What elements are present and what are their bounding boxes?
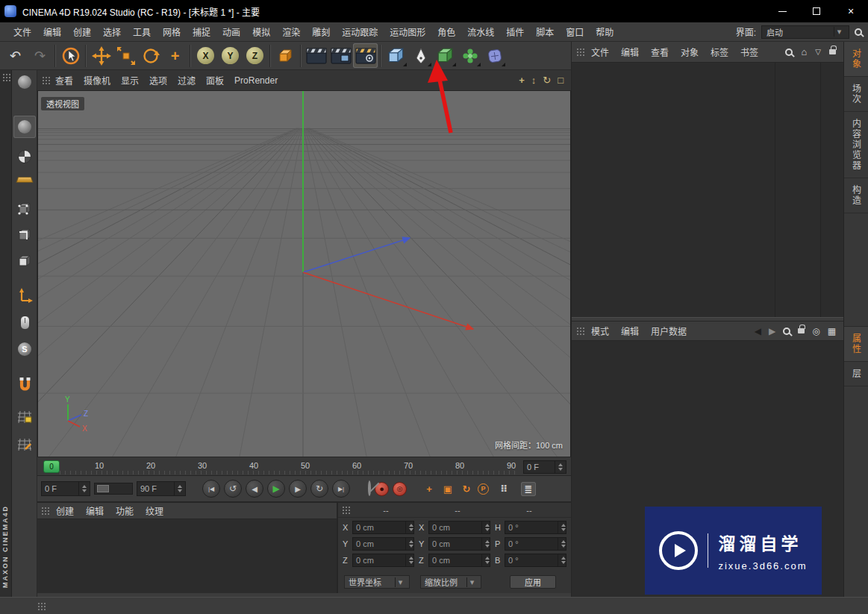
points-mode-button[interactable]	[13, 198, 36, 220]
stepper-icon[interactable]	[481, 554, 490, 566]
attribute-manager-handle-icon[interactable]	[576, 327, 584, 335]
add-spline-button[interactable]	[408, 43, 433, 68]
record-position-toggle[interactable]: +	[422, 483, 437, 495]
add-generator-button[interactable]	[433, 43, 458, 68]
menu-animate[interactable]: 动画	[216, 25, 246, 38]
render-settings-button[interactable]	[353, 43, 378, 68]
workplane-button[interactable]	[13, 433, 36, 455]
dock-handle-icon[interactable]	[2, 73, 10, 81]
am-forward-icon[interactable]: ▶	[769, 326, 775, 336]
stepper-icon[interactable]	[558, 521, 566, 533]
menu-help[interactable]: 帮助	[590, 25, 619, 38]
stepper-icon[interactable]	[405, 521, 413, 533]
render-to-picture-viewer-button[interactable]	[328, 43, 353, 68]
rot-b-field[interactable]: 0 °	[505, 554, 566, 567]
om-filter-icon[interactable]: ▽	[815, 48, 821, 56]
om-home-icon[interactable]: ⌂	[801, 46, 807, 57]
om-lock-icon[interactable]	[829, 49, 836, 54]
rot-h-field[interactable]: 0 °	[505, 521, 566, 534]
tab-layers[interactable]: 层	[844, 362, 868, 386]
stepper-icon[interactable]	[558, 554, 566, 566]
stepper-icon[interactable]	[405, 554, 413, 566]
undo-button[interactable]: ↶	[3, 43, 28, 68]
mat-menu-texture[interactable]: 纹理	[140, 504, 169, 517]
size-x-field[interactable]: 0 cm	[428, 521, 490, 534]
scale-mode-dropdown[interactable]: 缩放比例▾	[420, 575, 481, 589]
render-view-button[interactable]	[304, 43, 328, 68]
pos-x-field[interactable]: 0 cm	[352, 521, 414, 534]
am-lock-icon[interactable]	[798, 328, 805, 333]
am-grid-icon[interactable]: ▦	[828, 326, 836, 336]
size-z-field[interactable]: 0 cm	[428, 554, 490, 567]
am-menu-edit[interactable]: 编辑	[616, 325, 644, 337]
redo-button[interactable]: ↷	[28, 43, 52, 68]
am-menu-userdata[interactable]: 用户数据	[646, 325, 692, 337]
menu-tools[interactable]: 工具	[127, 25, 157, 38]
vp-menu-display[interactable]: 显示	[116, 74, 144, 87]
stepper-icon[interactable]	[78, 482, 87, 495]
om-menu-view[interactable]: 查看	[646, 46, 674, 58]
record-rotation-toggle[interactable]: ↻	[459, 483, 474, 495]
coordinate-system-button[interactable]	[273, 43, 298, 68]
range-slider-handle[interactable]	[97, 485, 109, 492]
viewport-interaction-button[interactable]	[13, 311, 36, 333]
om-menu-bookmarks[interactable]: 书签	[735, 46, 764, 58]
play-button[interactable]: ▶	[267, 480, 285, 498]
play-backwards-button[interactable]: ↺	[224, 480, 242, 498]
viewport-pan-icon[interactable]: +	[519, 75, 525, 86]
vp-menu-cameras[interactable]: 摄像机	[78, 74, 116, 87]
edges-mode-button[interactable]	[13, 224, 36, 246]
scale-tool-button[interactable]	[113, 43, 138, 68]
timeline-range-slider[interactable]	[94, 483, 133, 495]
keyframe-presets-button[interactable]: ≣	[521, 482, 536, 496]
workplane-mode-button[interactable]	[13, 168, 36, 190]
tab-content-browser[interactable]: 内容浏览器	[844, 112, 868, 178]
live-selection-button[interactable]	[58, 43, 83, 68]
record-parameter-toggle[interactable]: P	[478, 483, 493, 495]
loop-mode-button[interactable]: ↻	[310, 480, 328, 498]
menu-character[interactable]: 角色	[431, 25, 461, 38]
stepper-icon[interactable]	[405, 538, 413, 550]
enable-axis-button[interactable]	[13, 283, 36, 306]
am-back-icon[interactable]: ◀	[755, 326, 761, 336]
menu-select[interactable]: 选择	[97, 25, 127, 38]
record-scale-toggle[interactable]: ▣	[440, 483, 455, 495]
make-editable-button[interactable]	[13, 71, 36, 93]
rot-p-field[interactable]: 0 °	[505, 537, 566, 551]
model-mode-button[interactable]	[13, 116, 36, 138]
am-menu-mode[interactable]: 模式	[586, 325, 614, 337]
stepper-icon[interactable]	[558, 538, 566, 550]
tab-objects[interactable]: 对象	[844, 42, 868, 77]
previous-frame-button[interactable]: ◀	[246, 480, 263, 498]
menu-render[interactable]: 渲染	[276, 25, 306, 38]
start-frame-field[interactable]: 0 F	[41, 481, 90, 496]
menu-create[interactable]: 创建	[67, 25, 97, 38]
vp-menu-panel[interactable]: 面板	[201, 74, 229, 87]
goto-end-button[interactable]: ▶|	[332, 480, 350, 498]
menu-plugins[interactable]: 插件	[500, 25, 530, 38]
interface-dropdown[interactable]: 启动 ▾	[761, 25, 849, 39]
menu-pipeline[interactable]: 流水线	[461, 25, 500, 38]
om-menu-tags[interactable]: 标签	[705, 46, 734, 58]
keyframe-selection-button[interactable]	[368, 482, 371, 495]
current-frame-field[interactable]: 0 F	[523, 460, 566, 474]
add-cube-button[interactable]	[384, 43, 408, 68]
next-frame-button[interactable]: ▶	[289, 480, 307, 498]
menu-edit[interactable]: 编辑	[37, 25, 67, 38]
lock-z-axis-button[interactable]: Z	[243, 43, 267, 68]
texture-mode-button[interactable]	[13, 145, 36, 168]
pos-z-field[interactable]: 0 cm	[352, 554, 414, 567]
autokey-button[interactable]: ◎	[393, 482, 407, 496]
stepper-icon[interactable]	[481, 521, 490, 533]
close-button[interactable]: ×	[834, 0, 868, 22]
status-handle-icon[interactable]	[37, 602, 46, 610]
end-frame-field[interactable]: 90 F	[137, 481, 186, 496]
menu-window[interactable]: 窗口	[560, 25, 590, 38]
size-y-field[interactable]: 0 cm	[428, 537, 490, 551]
vp-menu-prorender[interactable]: ProRender	[229, 75, 283, 86]
last-tool-button[interactable]: +	[163, 43, 187, 68]
om-menu-file[interactable]: 文件	[586, 46, 614, 58]
lock-x-axis-button[interactable]: X	[193, 43, 218, 68]
pos-y-field[interactable]: 0 cm	[352, 537, 414, 551]
coordinates-handle-icon[interactable]	[342, 506, 350, 514]
